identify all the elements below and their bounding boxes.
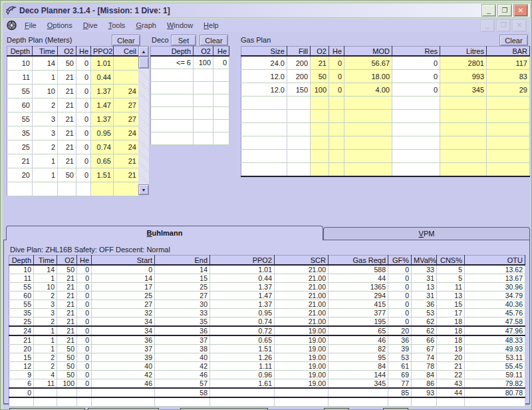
cell[interactable]: 0.74 bbox=[91, 140, 114, 154]
cell[interactable] bbox=[487, 150, 530, 163]
cell[interactable] bbox=[241, 123, 287, 136]
cell[interactable] bbox=[311, 110, 329, 123]
cell[interactable] bbox=[241, 163, 287, 177]
cell[interactable] bbox=[151, 120, 194, 132]
cell[interactable] bbox=[311, 136, 329, 150]
cell[interactable] bbox=[440, 123, 487, 136]
cell[interactable] bbox=[440, 110, 487, 123]
cell[interactable] bbox=[194, 132, 213, 145]
cell[interactable]: 993 bbox=[440, 70, 487, 83]
tab-vpm[interactable]: VPM bbox=[323, 227, 530, 240]
cell[interactable]: 345 bbox=[440, 83, 487, 97]
cell[interactable] bbox=[91, 182, 114, 196]
menu-item-options[interactable]: Options bbox=[42, 20, 78, 31]
cell[interactable] bbox=[114, 56, 139, 71]
cell[interactable]: 0 bbox=[329, 56, 344, 70]
cell[interactable]: 0 bbox=[392, 70, 440, 83]
cell[interactable]: 4.00 bbox=[344, 83, 392, 97]
cell[interactable]: 21 bbox=[7, 154, 33, 168]
cell[interactable]: 1.37 bbox=[91, 85, 114, 99]
cell[interactable] bbox=[194, 82, 213, 95]
cell[interactable]: 1 bbox=[33, 168, 58, 182]
menu-item-tools[interactable]: Tools bbox=[103, 20, 131, 31]
cell[interactable] bbox=[151, 95, 194, 107]
cell[interactable] bbox=[287, 150, 311, 163]
cell[interactable]: 200 bbox=[287, 56, 311, 70]
cell[interactable]: 0.95 bbox=[91, 126, 114, 140]
cell[interactable]: 117 bbox=[487, 56, 530, 70]
cell[interactable]: 12.0 bbox=[241, 83, 287, 97]
cell[interactable]: 35 bbox=[7, 126, 33, 140]
cell[interactable] bbox=[311, 163, 329, 177]
cell[interactable]: 21 bbox=[58, 71, 76, 85]
cell[interactable]: 0.65 bbox=[91, 154, 114, 168]
cell[interactable] bbox=[329, 97, 344, 110]
cell[interactable]: 0 bbox=[329, 70, 344, 83]
cell[interactable]: 20 bbox=[7, 168, 33, 182]
cell[interactable] bbox=[329, 150, 344, 163]
cell[interactable] bbox=[287, 97, 311, 110]
cell[interactable]: 24 bbox=[114, 85, 139, 99]
cell[interactable]: 100 bbox=[194, 56, 213, 69]
cell[interactable]: 60 bbox=[7, 99, 33, 112]
cell[interactable]: 3 bbox=[33, 112, 58, 126]
cell[interactable] bbox=[311, 150, 329, 163]
cell[interactable] bbox=[194, 69, 213, 82]
cell[interactable] bbox=[287, 110, 311, 123]
cell[interactable]: 10 bbox=[33, 85, 58, 99]
cell[interactable]: 2801 bbox=[440, 56, 487, 70]
deco-set-button[interactable]: Set bbox=[171, 35, 196, 46]
cell[interactable]: 0 bbox=[76, 71, 91, 85]
cell[interactable]: 150 bbox=[287, 83, 311, 97]
menu-item-help[interactable]: Help bbox=[198, 20, 224, 31]
minimize-button[interactable]: _ bbox=[481, 4, 496, 17]
menu-item-graph[interactable]: Graph bbox=[130, 20, 162, 31]
cell[interactable] bbox=[151, 132, 194, 145]
cell[interactable]: 1.01 bbox=[91, 56, 114, 71]
mdi-minimize-icon[interactable]: _ bbox=[480, 19, 495, 32]
cell[interactable] bbox=[213, 69, 229, 82]
cell[interactable]: 83 bbox=[487, 70, 530, 83]
cell[interactable]: 0 bbox=[76, 112, 91, 126]
cell[interactable]: 27 bbox=[114, 99, 139, 112]
cell[interactable] bbox=[311, 123, 329, 136]
cell[interactable]: 0 bbox=[329, 83, 344, 97]
cell[interactable] bbox=[7, 182, 33, 196]
cell[interactable]: 0 bbox=[76, 154, 91, 168]
cell[interactable]: <= 6 bbox=[151, 56, 194, 69]
cell[interactable]: 21 bbox=[58, 112, 76, 126]
cell[interactable] bbox=[287, 136, 311, 150]
cell[interactable]: 14 bbox=[33, 56, 58, 71]
cell[interactable]: 0 bbox=[213, 56, 229, 69]
cell[interactable] bbox=[33, 182, 58, 196]
cell[interactable] bbox=[344, 163, 392, 177]
cell[interactable] bbox=[487, 110, 530, 123]
cell[interactable]: 29 bbox=[487, 83, 530, 97]
cell[interactable] bbox=[344, 97, 392, 110]
cell[interactable] bbox=[241, 110, 287, 123]
cell[interactable]: 0.44 bbox=[91, 71, 114, 85]
mdi-restore-icon[interactable]: ❐ bbox=[496, 19, 511, 32]
cell[interactable] bbox=[194, 120, 213, 132]
cell[interactable]: 55 bbox=[7, 85, 33, 99]
cell[interactable] bbox=[487, 136, 530, 150]
tab-buhlmann[interactable]: Buhlmann bbox=[6, 226, 323, 240]
cell[interactable]: 21 bbox=[58, 99, 76, 112]
cell[interactable] bbox=[194, 107, 213, 120]
cell[interactable] bbox=[76, 182, 91, 196]
cell[interactable] bbox=[344, 150, 392, 163]
cell[interactable] bbox=[487, 163, 530, 177]
cell[interactable] bbox=[487, 123, 530, 136]
cell[interactable]: 1 bbox=[33, 154, 58, 168]
cell[interactable] bbox=[344, 110, 392, 123]
cell[interactable]: 27 bbox=[114, 112, 139, 126]
cell[interactable]: 21 bbox=[58, 154, 76, 168]
cell[interactable] bbox=[344, 123, 392, 136]
cell[interactable]: 1.37 bbox=[91, 112, 114, 126]
gas-plan-clear-button[interactable]: Clear bbox=[499, 35, 528, 46]
deco-clear-button[interactable]: Clear bbox=[200, 35, 228, 46]
cell[interactable] bbox=[151, 82, 194, 95]
cell[interactable]: 0 bbox=[392, 56, 440, 70]
scroll-up-icon[interactable]: ▲ bbox=[138, 46, 149, 57]
menu-item-file[interactable]: File bbox=[19, 20, 42, 31]
